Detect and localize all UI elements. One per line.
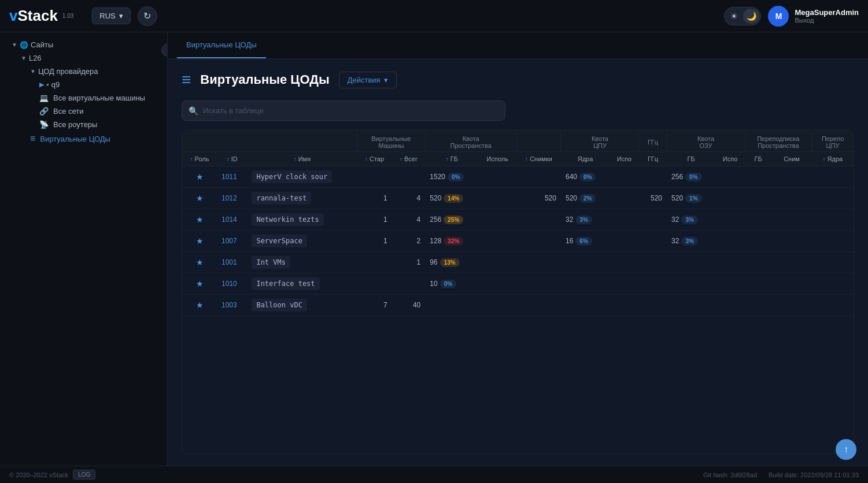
table-sub-header-row: ↑Роль ↑ID ↑Имя ↑Стар ↑Всег ↑ГБ Исполь ↑С… [182, 152, 854, 166]
col-header-name[interactable]: ↑Имя [247, 152, 357, 166]
tab-virtual-dcs[interactable]: Виртуальные ЦОДы [177, 32, 266, 58]
snapshots-cell [516, 231, 561, 252]
logout-link[interactable]: Выход [795, 17, 859, 24]
col-header-over-gb[interactable]: ГБ [745, 152, 771, 166]
id-cell[interactable]: 1007 [217, 231, 247, 252]
col-header-cpu-cores[interactable]: Ядра [561, 152, 610, 166]
over-snap-cell [771, 166, 811, 188]
role-cell[interactable]: ★ [182, 166, 217, 188]
ram-gb-cell [667, 252, 715, 273]
role-cell[interactable]: ★ [182, 295, 217, 316]
theme-light-button[interactable]: ☀ [726, 9, 742, 24]
search-input[interactable] [182, 101, 505, 121]
role-cell[interactable]: ★ [182, 252, 217, 273]
ram-usage-cell [715, 273, 745, 295]
id-cell[interactable]: 1003 [217, 295, 247, 316]
cpu-usage-cell [610, 231, 639, 252]
footer-build-date: Build date: 2022/09/28 11:01:33 [769, 471, 859, 478]
col-header-id[interactable]: ↑ID [217, 152, 247, 166]
scroll-top-button[interactable]: ↑ [836, 439, 856, 460]
language-button[interactable]: RUS ▾ [92, 8, 130, 24]
ram-usage-cell [715, 252, 745, 273]
col-header-quota-gb[interactable]: ↑ГБ [425, 152, 478, 166]
snapshots-cell [516, 252, 561, 273]
col-header-snapshots[interactable]: ↑Снимки [516, 152, 561, 166]
ram-usage-cell [715, 209, 745, 231]
sidebar-item-sites[interactable]: ▼ 🌐 Сайты [0, 38, 167, 51]
col-header-over-snap[interactable]: Сним [771, 152, 811, 166]
snapshots-cell [516, 295, 561, 316]
id-cell[interactable]: 1010 [217, 273, 247, 295]
status-dot: ● [46, 82, 49, 87]
col-header-total[interactable]: ↑Всег [392, 152, 426, 166]
id-cell[interactable]: 1011 [217, 166, 247, 188]
col-header-started[interactable]: ↑Стар [357, 152, 391, 166]
sidebar-item-l26[interactable]: ▼ L26 [0, 51, 167, 65]
col-header-cpu-usage[interactable]: Испо [610, 152, 639, 166]
sidebar-item-all-networks[interactable]: 🔗 Все сети [0, 105, 167, 118]
vdc-icon: ≡ [30, 133, 35, 144]
cpu-usage-cell [610, 166, 639, 188]
col-header-ghz[interactable]: ГГц [639, 152, 667, 166]
table-row: ★ 1010 Interface test 100% [182, 273, 854, 295]
id-cell[interactable]: 1014 [217, 209, 247, 231]
quota-usage-cell [479, 209, 517, 231]
table-row: ★ 1014 Networkin tezts 1 4 25625% 323% 3… [182, 209, 854, 231]
over-snap-cell [771, 252, 811, 273]
snapshots-cell [516, 166, 561, 188]
col-header-over-cores[interactable]: ↑Ядра [812, 152, 854, 166]
language-label: RUS [99, 12, 115, 20]
ghz-cell [639, 252, 667, 273]
id-cell[interactable]: 1001 [217, 252, 247, 273]
col-header-ram-gb[interactable]: ГБ [667, 152, 715, 166]
total-cell: 40 [392, 295, 426, 316]
sites-icon: 🌐 [20, 41, 28, 49]
sidebar: ‹ ▼ 🌐 Сайты ▼ L26 ▼ ЦОД провайдера ▶ ● q… [0, 32, 168, 466]
footer: © 2020–2022 vStack LOG Git hash: 2d6f28a… [0, 466, 868, 483]
role-cell[interactable]: ★ [182, 188, 217, 209]
refresh-button[interactable]: ↻ [138, 6, 157, 26]
started-cell: 1 [357, 231, 391, 252]
total-cell: 4 [392, 209, 426, 231]
col-group-quota-space: КвотаПространства [425, 131, 516, 152]
sidebar-item-all-vms[interactable]: 💻 Все виртуальные машины [0, 91, 167, 105]
over-cores-cell [812, 231, 854, 252]
over-gb-cell [745, 188, 771, 209]
over-gb-cell [745, 295, 771, 316]
col-header-ram-usage[interactable]: Испо [715, 152, 745, 166]
cpu-cores-cell: 6400% [561, 166, 610, 188]
sidebar-item-all-routers[interactable]: 📡 Все роутеры [0, 118, 167, 131]
name-cell: Balloon vDC [247, 295, 357, 316]
sidebar-item-q9[interactable]: ▶ ● q9 [0, 78, 167, 91]
started-cell [357, 252, 391, 273]
role-cell[interactable]: ★ [182, 209, 217, 231]
col-group-ghz: ГГц [639, 131, 667, 152]
snapshots-cell [516, 273, 561, 295]
ram-usage-cell [715, 295, 745, 316]
over-snap-cell [771, 273, 811, 295]
id-cell[interactable]: 1012 [217, 188, 247, 209]
quota-usage-cell [479, 231, 517, 252]
ram-gb-cell [667, 273, 715, 295]
cpu-cores-cell: 323% [561, 209, 610, 231]
sidebar-item-label: L26 [29, 54, 42, 62]
footer-git-hash: Git hash: 2d6f28ad [703, 471, 757, 478]
actions-button[interactable]: Действия ▾ [339, 72, 397, 88]
data-table: ВиртуальныеМашины КвотаПространства Квот… [182, 131, 854, 316]
user-info: MegaSuperAdmin Выход [795, 8, 859, 24]
sidebar-item-label: Сайты [31, 40, 53, 49]
role-cell[interactable]: ★ [182, 231, 217, 252]
ghz-cell [639, 273, 667, 295]
quota-gb-cell: 9613% [425, 252, 478, 273]
col-header-role[interactable]: ↑Роль [182, 152, 217, 166]
sidebar-item-virtual-dcs[interactable]: ≡ Виртуальные ЦОДы [0, 131, 167, 146]
page-body: ≡ Виртуальные ЦОДы Действия ▾ 🔍 [168, 59, 868, 466]
quota-usage-cell [479, 166, 517, 188]
theme-dark-button[interactable]: 🌙 [743, 9, 759, 24]
sidebar-item-cod-provider[interactable]: ▼ ЦОД провайдера [0, 65, 167, 78]
role-cell[interactable]: ★ [182, 273, 217, 295]
chevron-down-icon: ▾ [119, 12, 123, 20]
col-header-usage[interactable]: Исполь [479, 152, 517, 166]
log-button[interactable]: LOG [73, 470, 95, 480]
cpu-usage-cell [610, 295, 639, 316]
